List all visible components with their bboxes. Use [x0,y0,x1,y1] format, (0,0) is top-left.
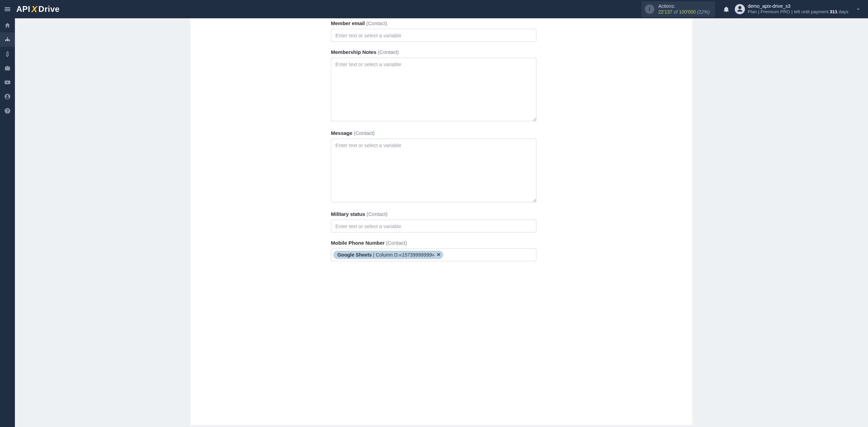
logo-text-x: X [32,4,38,15]
sidebar-item-help[interactable] [0,104,15,118]
field-military-status: Military status (Contact) [331,211,536,232]
chip-column: Column D: [376,252,399,258]
variable-chip[interactable]: Google Sheets | Column D: «15739999999» … [333,251,443,259]
label-scope: (Contact) [367,211,388,217]
field-membership-notes: Membership Notes (Contact) [331,49,536,123]
label-scope: (Contact) [354,130,375,136]
actions-counter[interactable]: i Actions: 22'137 of 100'000 (22%) [642,1,715,17]
briefcase-icon [4,65,11,72]
chip-value: «15739999999» [399,252,435,258]
actions-label: Actions: [658,3,710,9]
field-member-email: Member email (Contact) [331,20,536,42]
field-message: Message (Contact) [331,130,536,204]
label-scope: (Contact) [366,20,387,26]
label-scope: (Contact) [386,240,407,246]
input-member-email[interactable] [331,29,536,42]
sidebar-item-billing[interactable] [0,47,15,61]
field-label: Message (Contact) [331,130,536,136]
label-name: Military status [331,211,365,217]
user-icon [736,5,744,13]
user-menu-toggle[interactable] [852,3,864,15]
user-avatar[interactable] [735,4,745,14]
input-mobile-phone[interactable]: Google Sheets | Column D: «15739999999» … [331,248,536,261]
logo-text-left: API [16,4,31,14]
actions-text: Actions: 22'137 of 100'000 (22%) [658,3,710,15]
label-scope: (Contact) [378,49,399,55]
actions-values: 22'137 of 100'000 (22%) [658,9,710,15]
label-name: Message [331,130,352,136]
left-sidebar [0,18,15,427]
chip-separator: | [373,252,375,258]
sidebar-item-account[interactable] [0,89,15,104]
chip-source: Google Sheets [337,252,372,258]
app-header: API X Drive i Actions: 22'137 of 100'000… [0,0,868,18]
field-mobile-phone: Mobile Phone Number (Contact) Google She… [331,240,536,261]
field-label: Military status (Contact) [331,211,536,217]
label-name: Member email [331,20,365,26]
question-icon [4,107,11,114]
app-logo[interactable]: API X Drive [16,4,60,15]
page-scroll[interactable]: Member email (Contact) Membership Notes … [15,18,868,427]
sidebar-item-home[interactable] [0,18,15,33]
menu-toggle-button[interactable] [0,0,15,18]
sidebar-item-connections[interactable] [0,33,15,47]
plan-prefix: Plan [748,9,757,14]
input-military-status[interactable] [331,220,536,232]
user-block[interactable]: demo_apix-drive_s3 Plan | Premium PRO | … [748,3,848,15]
youtube-icon [4,79,11,86]
chevron-down-icon [855,6,861,12]
home-icon [4,22,11,29]
input-message[interactable] [331,139,536,202]
actions-total: 100'000 [679,9,696,15]
left-prefix: left until payment [794,9,828,14]
field-label: Member email (Contact) [331,20,536,26]
hamburger-icon [4,5,11,13]
actions-used: 22'137 [658,9,673,15]
days-number: 311 [830,9,837,14]
label-name: Membership Notes [331,49,376,55]
field-label: Membership Notes (Contact) [331,49,536,55]
user-name: demo_apix-drive_s3 [748,3,848,9]
sitemap-icon [4,36,11,43]
user-plan-line: Plan | Premium PRO | left until payment … [748,9,848,15]
input-membership-notes[interactable] [331,58,536,121]
sidebar-item-videos[interactable] [0,75,15,89]
days-unit: days [839,9,848,14]
plan-name: Premium PRO [761,9,790,14]
actions-pct: (22%) [697,9,710,15]
chip-remove-button[interactable]: ✕ [437,252,440,258]
actions-of: of [674,9,678,15]
pipe-1: | [758,9,760,14]
sidebar-item-briefcase[interactable] [0,61,15,75]
info-icon: i [645,4,654,14]
user-circle-icon [4,93,11,100]
content-card: Member email (Contact) Membership Notes … [191,18,692,425]
bell-icon [723,6,730,13]
dollar-icon [4,50,11,57]
field-label: Mobile Phone Number (Contact) [331,240,536,246]
logo-text-right: Drive [38,4,60,14]
mapping-form: Member email (Contact) Membership Notes … [331,20,536,261]
label-name: Mobile Phone Number [331,240,384,246]
notifications-button[interactable] [720,3,733,16]
